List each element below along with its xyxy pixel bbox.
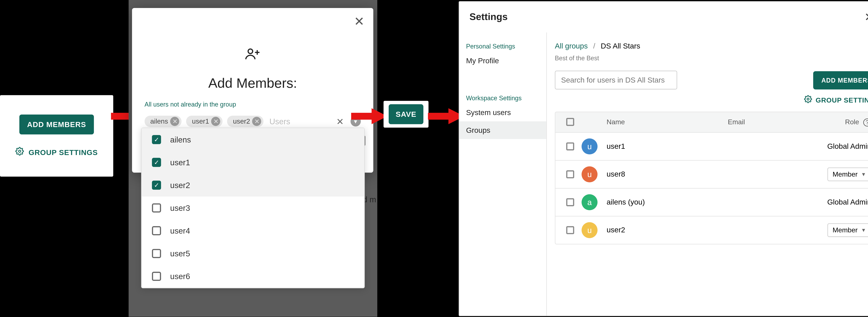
- clear-input-button[interactable]: ✕: [334, 115, 346, 128]
- checkbox-icon[interactable]: [152, 226, 161, 235]
- breadcrumb-root[interactable]: All groups: [555, 41, 588, 50]
- chip-label-text: ailens: [150, 117, 168, 125]
- add-members-button[interactable]: ADD MEMBERS: [19, 115, 94, 135]
- row-checkbox[interactable]: [566, 170, 574, 178]
- settings-close-button[interactable]: ✕: [861, 10, 868, 25]
- dropdown-option[interactable]: user5: [142, 242, 364, 265]
- avatar: u: [582, 166, 597, 182]
- dropdown-option[interactable]: user6: [142, 265, 364, 288]
- chip[interactable]: user2✕: [227, 116, 264, 127]
- chip-label-text: user1: [192, 117, 209, 125]
- dropdown-option[interactable]: user3: [142, 197, 364, 219]
- checkbox-icon[interactable]: [152, 203, 161, 212]
- help-icon[interactable]: ?: [863, 118, 868, 126]
- chip[interactable]: ailens✕: [145, 116, 182, 127]
- panel-buttons: ADD MEMBERS GROUP SETTINGS: [0, 95, 113, 177]
- add-members-button[interactable]: ADD MEMBERS: [813, 71, 868, 89]
- save-button[interactable]: SAVE: [389, 104, 423, 124]
- avatar: u: [582, 222, 597, 238]
- column-header-name: Name: [607, 118, 728, 126]
- chip-remove-icon[interactable]: ✕: [211, 117, 220, 126]
- column-header-role: Role ?: [807, 118, 868, 126]
- group-settings-label: GROUP SETTINGS: [815, 96, 868, 104]
- chip[interactable]: user1✕: [186, 116, 223, 127]
- dialog-title: Add Members:: [132, 75, 373, 91]
- add-members-dialog-wrap: ✕ Add Members: All users not already in …: [129, 0, 377, 317]
- row-checkbox[interactable]: [566, 198, 574, 206]
- checkbox-icon[interactable]: ✓: [152, 158, 161, 167]
- gear-icon: [804, 95, 812, 105]
- cell-name: user1: [607, 142, 728, 150]
- settings-titlebar: Settings ✕: [459, 2, 868, 32]
- sidebar-heading-personal: Personal Settings: [459, 38, 546, 52]
- checkbox-icon[interactable]: ✓: [152, 135, 161, 144]
- dropdown-toggle-icon[interactable]: ▾: [350, 116, 361, 126]
- group-settings-label: GROUP SETTINGS: [28, 148, 98, 156]
- row-checkbox[interactable]: [566, 142, 574, 150]
- cell-name: user2: [607, 226, 728, 234]
- group-subtitle: Best of the Best: [555, 55, 868, 61]
- breadcrumb: All groups / DS All Stars: [555, 41, 868, 50]
- panel-save: SAVE: [383, 101, 429, 127]
- row-checkbox[interactable]: [566, 226, 574, 234]
- group-settings-link[interactable]: GROUP SETTINGS: [555, 95, 868, 105]
- dropdown-option[interactable]: ✓ailens: [142, 128, 364, 151]
- members-table: Name Email Role ? uuser1Global Adminuuse…: [555, 112, 868, 244]
- dropdown-option[interactable]: ✓user2: [142, 174, 364, 197]
- settings-title: Settings: [469, 11, 507, 23]
- svg-point-2: [248, 49, 253, 54]
- person-add-icon: [132, 47, 373, 64]
- settings-panel: Settings ✕ Personal Settings My Profile …: [459, 1, 868, 316]
- checkbox-icon[interactable]: [152, 249, 161, 258]
- dropdown-option[interactable]: user4: [142, 219, 364, 242]
- sidebar-item-my-profile[interactable]: My Profile: [459, 52, 546, 69]
- search-input[interactable]: [555, 70, 677, 89]
- dropdown-option-label: ailens: [170, 135, 191, 144]
- group-settings-link[interactable]: GROUP SETTINGS: [16, 147, 98, 157]
- column-header-email: Email: [728, 118, 808, 126]
- svg-point-0: [19, 150, 21, 152]
- cell-role: Global Admin: [807, 198, 868, 206]
- table-header: Name Email Role ?: [555, 112, 868, 132]
- chevron-down-icon: ▼: [861, 227, 866, 233]
- avatar: a: [582, 194, 597, 210]
- role-select[interactable]: Member▼: [827, 223, 868, 237]
- cell-name: user8: [607, 170, 728, 178]
- chip-field-label: All users not already in the group: [145, 101, 236, 108]
- sidebar-heading-workspace: Workspace Settings: [459, 90, 546, 104]
- dropdown-option-label: user6: [170, 272, 190, 281]
- settings-main: All groups / DS All Stars Best of the Be…: [547, 32, 868, 316]
- dropdown-option-label: user2: [170, 180, 190, 190]
- chevron-down-icon: ▼: [861, 171, 866, 177]
- cell-role: Global Admin: [807, 142, 868, 150]
- sidebar-item-system-users[interactable]: System users: [459, 104, 546, 121]
- select-all-checkbox[interactable]: [566, 118, 574, 126]
- users-input[interactable]: [268, 116, 330, 126]
- checkbox-icon[interactable]: [152, 272, 161, 281]
- svg-point-5: [807, 98, 809, 100]
- dropdown-option-label: user5: [170, 249, 190, 258]
- table-row: uuser8Member▼: [555, 160, 868, 188]
- chip-remove-icon[interactable]: ✕: [252, 117, 261, 126]
- cell-name: ailens (you): [607, 198, 728, 206]
- table-row: aailens (you)Global Admin: [555, 188, 868, 216]
- dialog-close-button[interactable]: ✕: [350, 14, 368, 30]
- dropdown-option-label: user4: [170, 226, 190, 235]
- settings-sidebar: Personal Settings My Profile Workspace S…: [459, 32, 547, 316]
- sidebar-item-groups[interactable]: Groups: [459, 121, 546, 139]
- dropdown-option[interactable]: ✓user1: [142, 151, 364, 174]
- table-row: uuser1Global Admin: [555, 132, 868, 160]
- chip-label-text: user2: [233, 117, 250, 125]
- users-dropdown: ✓ailens✓user1✓user2user3user4user5user6: [141, 127, 365, 288]
- dropdown-option-label: user3: [170, 203, 190, 212]
- checkbox-icon[interactable]: ✓: [152, 180, 161, 190]
- breadcrumb-current: DS All Stars: [601, 41, 640, 50]
- avatar: u: [582, 138, 597, 154]
- breadcrumb-separator: /: [593, 41, 595, 50]
- chip-remove-icon[interactable]: ✕: [170, 117, 179, 126]
- dropdown-option-label: user1: [170, 158, 190, 167]
- role-select[interactable]: Member▼: [827, 167, 868, 181]
- table-row: uuser2Member▼: [555, 216, 868, 244]
- gear-icon: [16, 147, 24, 157]
